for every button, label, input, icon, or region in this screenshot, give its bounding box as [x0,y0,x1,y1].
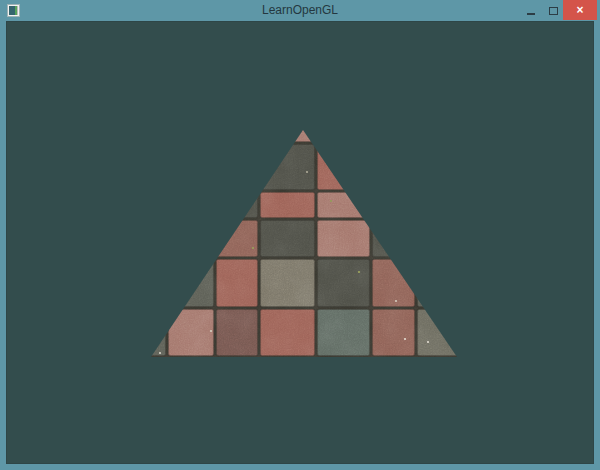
title-bar[interactable]: LearnOpenGL × [0,0,600,21]
maximize-button[interactable] [544,0,563,20]
window-controls: × [517,0,597,20]
app-window: LearnOpenGL × [0,0,600,470]
gl-viewport [6,21,594,464]
minimize-button[interactable] [517,0,544,20]
close-button[interactable]: × [563,0,597,20]
close-icon: × [576,0,583,20]
maximize-icon [549,7,558,15]
minimize-icon [527,13,535,15]
window-title: LearnOpenGL [0,3,600,18]
textured-triangle [113,99,471,357]
opengl-canvas [7,22,593,463]
